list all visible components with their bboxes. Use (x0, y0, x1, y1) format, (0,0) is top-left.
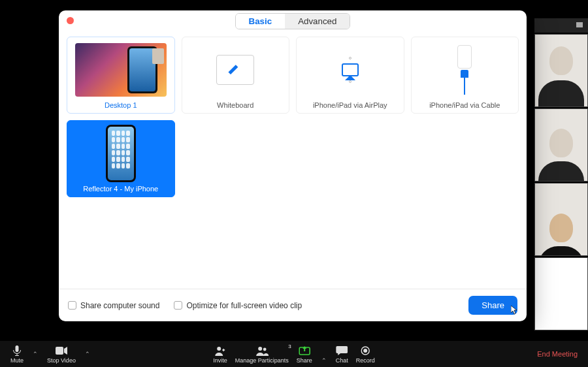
share-screen-dialog: Basic Advanced Desktop 1 Whiteboard (59, 10, 527, 321)
whiteboard-icon (216, 55, 254, 85)
reflector-thumbnail (106, 125, 136, 182)
button-label: Chat (336, 357, 348, 364)
button-label: Mute (10, 357, 24, 364)
desktop-thumbnail (75, 43, 167, 97)
dialog-footer: Share computer sound Optimize for full-s… (59, 289, 527, 321)
svg-point-1 (217, 347, 221, 351)
participant-tile[interactable] (534, 108, 588, 182)
tile-label: iPhone/iPad via AirPlay (313, 99, 387, 110)
share-option-desktop[interactable]: Desktop 1 (67, 37, 175, 114)
layout-icon (576, 22, 583, 27)
tile-label: Whiteboard (217, 99, 253, 110)
close-button[interactable] (67, 17, 74, 24)
cursor-icon (511, 306, 517, 315)
button-label: Share (297, 357, 312, 364)
share-options-caret[interactable]: ⌃ (316, 357, 332, 364)
microphone-icon (12, 345, 22, 357)
cable-icon (457, 45, 472, 95)
svg-rect-0 (56, 347, 63, 355)
tab-advanced[interactable]: Advanced (285, 14, 350, 29)
manage-participants-button[interactable]: 3 Manage Participants (231, 345, 293, 364)
button-label: Stop Video (47, 357, 76, 364)
tile-label: Desktop 1 (105, 99, 137, 110)
participant-tile[interactable] (534, 183, 588, 256)
meeting-toolbar: Mute ⌃ Stop Video ⌃ Invite 3 Manage Part… (0, 341, 588, 367)
share-sound-checkbox[interactable]: Share computer sound (68, 301, 159, 310)
tile-label: Reflector 4 - My iPhone (83, 182, 158, 194)
video-icon (56, 345, 67, 357)
svg-point-2 (258, 347, 262, 351)
participant-tile[interactable] (534, 34, 588, 107)
record-button[interactable]: Record (352, 345, 379, 364)
share-option-airplay[interactable]: iPhone/iPad via AirPlay (296, 37, 404, 114)
share-option-reflector[interactable]: Reflector 4 - My iPhone (67, 120, 175, 197)
video-options-caret[interactable]: ⌃ (80, 351, 95, 357)
audio-options-caret[interactable]: ⌃ (27, 351, 43, 357)
button-label: Record (356, 357, 375, 364)
invite-button[interactable]: Invite (209, 345, 231, 364)
svg-point-6 (363, 349, 367, 353)
share-screen-button[interactable]: Share (293, 345, 316, 364)
share-option-cable[interactable]: iPhone/iPad via Cable (411, 37, 519, 114)
participants-icon (255, 345, 269, 357)
button-label: Manage Participants (235, 357, 289, 364)
share-button[interactable]: Share (468, 296, 517, 315)
end-meeting-button[interactable]: End Meeting (533, 350, 581, 358)
tab-basic[interactable]: Basic (236, 14, 286, 29)
share-icon (299, 345, 310, 357)
optimize-checkbox[interactable]: Optimize for full-screen video clip (174, 301, 302, 310)
share-option-whiteboard[interactable]: Whiteboard (182, 37, 290, 114)
dialog-header: Basic Advanced (59, 10, 527, 31)
checkbox-label: Optimize for full-screen video clip (186, 301, 302, 310)
chat-button[interactable]: Chat (332, 345, 352, 364)
participant-tile[interactable] (534, 257, 588, 330)
invite-icon (215, 345, 225, 357)
stop-video-button[interactable]: Stop Video (43, 345, 80, 364)
button-label: Invite (213, 357, 227, 364)
tab-switch: Basic Advanced (235, 13, 351, 29)
airplay-icon (342, 63, 359, 76)
mute-button[interactable]: Mute (7, 345, 27, 364)
gallery-control-bar[interactable] (534, 18, 588, 33)
checkbox-label: Share computer sound (80, 301, 159, 310)
svg-point-3 (263, 347, 266, 351)
record-icon (361, 345, 370, 357)
chat-icon (336, 345, 348, 357)
tile-label: iPhone/iPad via Cable (429, 99, 500, 110)
participant-count: 3 (288, 343, 291, 349)
share-options-grid: Desktop 1 Whiteboard iPhone/iPad via Air… (59, 31, 527, 289)
participant-strip (534, 18, 588, 332)
